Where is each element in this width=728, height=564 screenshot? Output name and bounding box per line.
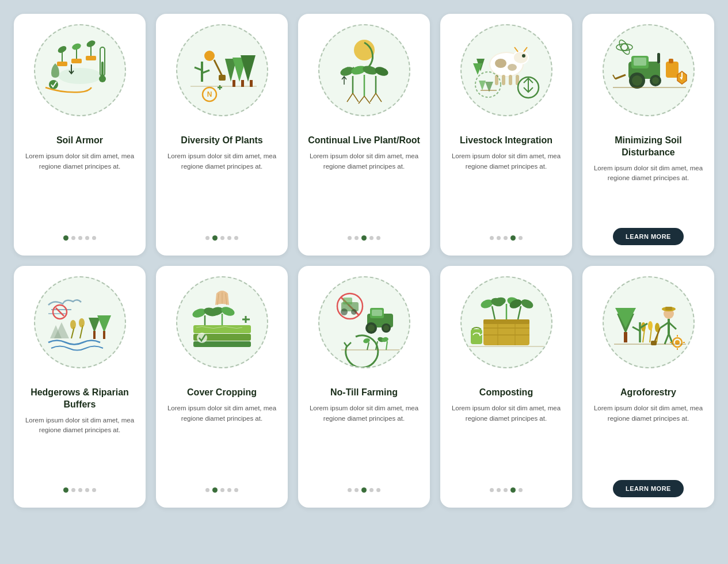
svg-rect-75 xyxy=(657,53,660,63)
diversity-plants-illustration: N xyxy=(156,14,288,129)
card-composting-title: Composting xyxy=(479,387,533,399)
svg-point-83 xyxy=(616,44,632,51)
svg-point-130 xyxy=(362,337,370,344)
dot-active xyxy=(361,487,367,493)
svg-rect-136 xyxy=(483,319,529,324)
hedgerows-illustration xyxy=(14,266,146,381)
svg-point-158 xyxy=(648,321,653,330)
dot xyxy=(497,236,501,240)
svg-point-49 xyxy=(495,59,506,68)
dot xyxy=(490,488,494,492)
dot xyxy=(490,236,494,240)
composting-icon xyxy=(466,282,547,363)
dot xyxy=(504,488,508,492)
card-continual-live-dots xyxy=(348,235,380,241)
svg-point-94 xyxy=(70,320,76,329)
card-livestock-dots xyxy=(490,235,523,241)
svg-rect-150 xyxy=(471,329,482,344)
card-agroforestry-body: Lorem ipsum dolor sit dim amet, mea regi… xyxy=(592,403,705,475)
svg-rect-91 xyxy=(93,331,96,339)
dot xyxy=(519,488,523,492)
dot xyxy=(205,488,209,492)
svg-line-22 xyxy=(214,60,222,76)
card-no-till-title: No-Till Farming xyxy=(330,387,398,399)
svg-line-133 xyxy=(386,341,387,350)
soil-armor-icon xyxy=(40,30,120,110)
svg-line-44 xyxy=(370,93,376,102)
card-cover-cropping-dots xyxy=(205,487,238,493)
svg-line-42 xyxy=(359,96,364,104)
svg-point-111 xyxy=(197,333,207,343)
card-continual-live-title: Continual Live Plant/Root xyxy=(308,135,420,147)
card-grid: Soil Armor Lorem ipsum dolor sit dim ame… xyxy=(14,14,714,508)
svg-rect-2 xyxy=(71,59,82,63)
svg-rect-12 xyxy=(101,62,104,78)
learn-more-button-2[interactable]: LEARN MORE xyxy=(613,480,684,497)
cover-cropping-icon xyxy=(182,282,262,363)
svg-rect-20 xyxy=(250,80,253,87)
svg-line-165 xyxy=(660,322,669,328)
svg-text:N: N xyxy=(207,90,212,98)
dot xyxy=(234,236,238,240)
svg-line-141 xyxy=(492,306,495,319)
card-composting-dots xyxy=(490,487,523,493)
card-livestock-title: Livestock Integration xyxy=(460,135,552,147)
dot-active xyxy=(510,487,516,493)
svg-rect-123 xyxy=(372,310,382,316)
continual-live-illustration xyxy=(298,14,430,129)
card-soil-armor-dots xyxy=(63,235,96,241)
svg-line-172 xyxy=(632,327,640,331)
svg-rect-55 xyxy=(509,75,512,85)
continual-live-icon xyxy=(324,30,405,110)
svg-marker-65 xyxy=(479,81,486,90)
svg-rect-23 xyxy=(219,75,226,81)
svg-point-127 xyxy=(383,325,389,331)
svg-line-45 xyxy=(376,93,382,102)
card-no-till-dots xyxy=(348,487,380,493)
card-hedgerows-dots xyxy=(63,487,96,493)
card-diversity-plants: N Diversity Of Plants Lorem ipsum dolor … xyxy=(156,14,288,256)
svg-line-41 xyxy=(353,93,359,102)
dot xyxy=(369,488,373,492)
dot-active xyxy=(212,235,218,241)
dot xyxy=(227,488,231,492)
card-continual-live-body: Lorem ipsum dolor sit dim amet, mea regi… xyxy=(307,151,421,228)
cover-cropping-illustration xyxy=(156,266,288,381)
learn-more-button-1[interactable]: LEARN MORE xyxy=(613,228,684,245)
card-agroforestry-title: Agroforestry xyxy=(620,387,676,399)
dot xyxy=(78,236,82,240)
livestock-icon xyxy=(466,30,547,110)
dot xyxy=(348,488,352,492)
svg-rect-79 xyxy=(669,59,673,63)
svg-point-21 xyxy=(204,51,215,61)
card-agroforestry: Agroforestry Lorem ipsum dolor sit dim a… xyxy=(582,266,714,508)
card-livestock: Livestock Integration Lorem ipsum dolor … xyxy=(440,14,572,256)
svg-rect-118 xyxy=(343,298,352,304)
svg-point-145 xyxy=(492,296,506,307)
card-soil-armor: Soil Armor Lorem ipsum dolor sit dim ame… xyxy=(14,14,146,256)
agroforestry-icon xyxy=(608,282,689,363)
dot xyxy=(220,488,224,492)
svg-point-50 xyxy=(508,64,517,71)
svg-marker-153 xyxy=(615,308,636,328)
dot xyxy=(376,236,380,240)
svg-line-129 xyxy=(367,342,369,350)
svg-rect-92 xyxy=(103,331,105,339)
card-soil-armor-title: Soil Armor xyxy=(56,135,103,147)
svg-line-58 xyxy=(524,47,527,52)
minimizing-soil-icon xyxy=(608,30,689,110)
livestock-illustration xyxy=(440,14,572,129)
card-minimizing-soil-title: Minimizing Soil Disturbance xyxy=(590,135,706,159)
dot xyxy=(85,488,89,492)
card-hedgerows-title: Hedgerows & Riparian Buffers xyxy=(22,387,138,411)
svg-rect-3 xyxy=(86,56,96,60)
card-no-till-body: Lorem ipsum dolor sit dim amet, mea regi… xyxy=(307,403,421,481)
card-diversity-plants-body: Lorem ipsum dolor sit dim amet, mea regi… xyxy=(165,151,279,228)
svg-line-40 xyxy=(347,93,353,102)
dot xyxy=(205,236,209,240)
dot xyxy=(92,236,96,240)
svg-point-119 xyxy=(341,308,348,315)
svg-rect-1 xyxy=(57,62,67,66)
svg-point-39 xyxy=(373,65,389,77)
svg-rect-19 xyxy=(241,80,244,87)
